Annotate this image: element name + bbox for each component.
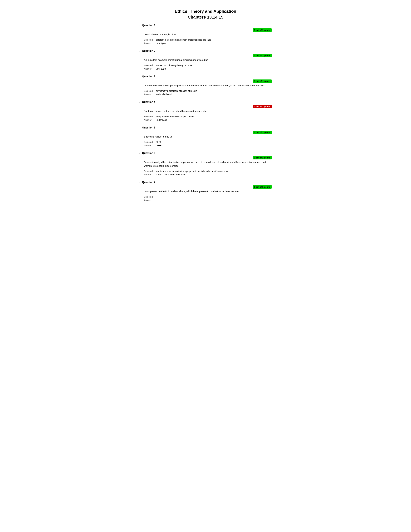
- answer-block-3: Selected Answer:any strictly biological …: [144, 89, 271, 96]
- answer-block-6: Selected Answer:whether our social insti…: [144, 170, 271, 176]
- page-container: Ethics: Theory and Application Chapters …: [133, 5, 278, 213]
- answer-label-4: Selected Answer:: [144, 115, 153, 122]
- bullet-point: •: [140, 76, 140, 79]
- question-text-6: Discussing why differential justice happ…: [144, 161, 271, 168]
- points-badge-6: 1 out of 1 points: [253, 156, 271, 160]
- question-title-1: Question 1: [142, 24, 155, 27]
- answer-value-6: whether our social institutions perpetua…: [156, 170, 228, 176]
- answer-label-6: Selected Answer:: [144, 170, 153, 176]
- bullet-point: •: [140, 127, 140, 130]
- answer-block-2: Selected Answer:women NOT having the rig…: [144, 64, 271, 71]
- question-text-1: Discrimination is thought of as: [144, 33, 271, 37]
- question-block-7: •Question 71 out of 1 pointsLaws passed …: [140, 181, 271, 202]
- points-row-6: 1 out of 1 points: [140, 156, 271, 160]
- points-row-5: 1 out of 1 points: [140, 131, 271, 134]
- points-row-1: 1 out of 1 points: [140, 28, 271, 32]
- points-badge-4: 1 out of 1 points: [253, 105, 271, 108]
- answer-value-4: likely to see themselves as part of the …: [156, 115, 193, 122]
- title-line1: Ethics: Theory and Application: [175, 9, 236, 14]
- answer-block-4: Selected Answer:likely to see themselves…: [144, 115, 271, 122]
- answer-label-3: Selected Answer:: [144, 89, 153, 96]
- question-block-6: •Question 61 out of 1 pointsDiscussing w…: [140, 152, 271, 176]
- question-block-2: •Question 21 out of 1 pointsAn excellent…: [140, 49, 271, 71]
- question-text-3: One very difficult philosophical problem…: [144, 84, 271, 87]
- question-block-4: •Question 41 out of 1 pointsFor those gr…: [140, 101, 271, 122]
- points-badge-1: 1 out of 1 points: [253, 28, 271, 32]
- answer-label-2: Selected Answer:: [144, 64, 153, 71]
- question-block-1: •Question 11 out of 1 pointsDiscriminati…: [140, 24, 271, 45]
- answer-value-5: all of these: [156, 140, 161, 147]
- question-header-3: •Question 3: [140, 75, 271, 79]
- points-row-4: 1 out of 1 points: [140, 105, 271, 108]
- bullet-point: •: [140, 101, 140, 104]
- points-badge-2: 1 out of 1 points: [253, 54, 271, 57]
- question-block-5: •Question 51 out of 1 pointsStructural r…: [140, 126, 271, 147]
- answer-block-1: Selected Answer:differential treatment o…: [144, 38, 271, 45]
- answer-block-7: Selected Answer:: [144, 195, 271, 202]
- points-row-3: 1 out of 1 points: [140, 79, 271, 83]
- question-title-5: Question 5: [142, 126, 155, 129]
- points-row-2: 1 out of 1 points: [140, 54, 271, 57]
- title-line2: Chapters 13,14,15: [188, 15, 223, 19]
- question-text-5: Structural racism is due to: [144, 135, 271, 139]
- question-header-5: •Question 5: [140, 126, 271, 130]
- question-header-4: •Question 4: [140, 101, 271, 104]
- answer-label-1: Selected Answer:: [144, 38, 153, 45]
- question-title-4: Question 4: [142, 101, 155, 104]
- question-title-3: Question 3: [142, 75, 155, 78]
- answer-label-5: Selected Answer:: [144, 140, 153, 147]
- question-title-6: Question 6: [142, 152, 155, 155]
- question-title-2: Question 2: [142, 49, 155, 52]
- question-header-2: •Question 2: [140, 49, 271, 53]
- question-title-7: Question 7: [142, 181, 155, 184]
- bullet-point: •: [140, 50, 140, 53]
- question-text-7: Laws passed in the U.S. and elswhere, wh…: [144, 190, 271, 193]
- question-header-1: •Question 1: [140, 24, 271, 28]
- points-row-7: 1 out of 1 points: [140, 185, 271, 189]
- answer-block-5: Selected Answer:all of these: [144, 140, 271, 147]
- answer-value-3: any strictly biological distinction of r…: [156, 89, 197, 96]
- points-badge-3: 1 out of 1 points: [253, 79, 271, 83]
- points-badge-7: 1 out of 1 points: [253, 185, 271, 189]
- answer-value-1: differential treatment on certain charac…: [156, 38, 211, 45]
- bullet-point: •: [140, 152, 140, 155]
- question-header-6: •Question 6: [140, 152, 271, 155]
- answer-value-2: women NOT having the right to vote until…: [156, 64, 192, 71]
- question-block-3: •Question 31 out of 1 pointsOne very dif…: [140, 75, 271, 96]
- question-header-7: •Question 7: [140, 181, 271, 185]
- answer-label-7: Selected Answer:: [144, 195, 153, 202]
- bullet-point: •: [140, 24, 140, 28]
- question-text-4: For those groups that are devalued by ra…: [144, 109, 271, 113]
- question-text-2: An excellent example of institutional di…: [144, 58, 271, 62]
- bullet-point: •: [140, 181, 140, 185]
- questions-container: •Question 11 out of 1 pointsDiscriminati…: [140, 24, 271, 202]
- points-badge-5: 1 out of 1 points: [253, 131, 271, 134]
- page-title: Ethics: Theory and Application Chapters …: [140, 8, 271, 20]
